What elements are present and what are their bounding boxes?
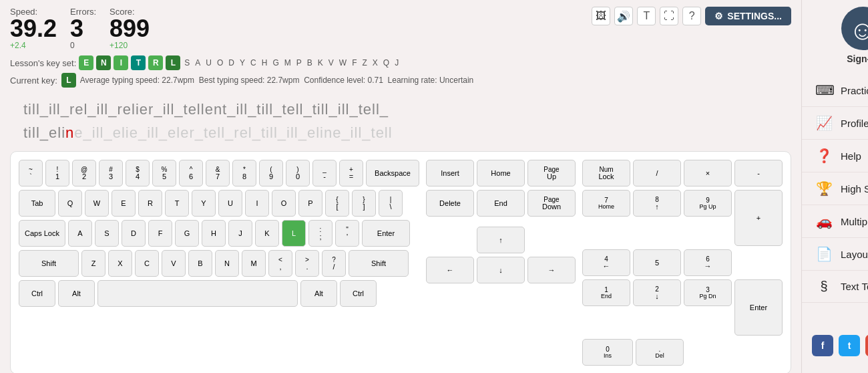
sidebar-item-multiplayer[interactable]: 🚗 Multiplayer <box>802 205 868 238</box>
key-num-multiply[interactable]: × <box>684 160 732 186</box>
key-arrow-right[interactable]: → <box>527 257 576 283</box>
key-g[interactable]: G <box>175 220 199 247</box>
key-1[interactable]: !1 <box>45 160 69 186</box>
key-j[interactable]: J <box>228 220 252 247</box>
key-5[interactable]: %5 <box>152 160 176 186</box>
key-comma[interactable]: <, <box>268 250 292 277</box>
key-t[interactable]: T <box>165 190 189 217</box>
key-minus[interactable]: _- <box>312 160 337 186</box>
key-num-4[interactable]: 4← <box>582 249 630 276</box>
twitter-icon[interactable]: t <box>839 335 860 356</box>
key-u[interactable]: U <box>218 190 242 217</box>
key-h[interactable]: H <box>202 220 226 247</box>
key-num-slash[interactable]: / <box>633 160 681 186</box>
key-9[interactable]: (9 <box>259 160 283 186</box>
key-b[interactable]: B <box>188 250 212 277</box>
key-l[interactable]: L <box>282 220 306 247</box>
key-x[interactable]: X <box>108 250 132 277</box>
font-icon[interactable]: T <box>637 7 656 25</box>
key-num-1[interactable]: 1End <box>582 279 630 306</box>
key-num-3[interactable]: 3Pg Dn <box>684 279 732 306</box>
avatar[interactable]: ☺ <box>841 7 869 50</box>
key-arrow-up[interactable]: ↑ <box>477 227 525 253</box>
key-alt-right[interactable]: Alt <box>300 280 337 307</box>
key-num-0[interactable]: 0Ins <box>582 339 633 366</box>
key-num-8[interactable]: 8↑ <box>633 190 681 217</box>
key-2[interactable]: @2 <box>72 160 96 186</box>
key-period[interactable]: >. <box>295 250 319 277</box>
key-6[interactable]: ^6 <box>179 160 203 186</box>
key-y[interactable]: Y <box>192 190 216 217</box>
sidebar-item-text-tools[interactable]: § Text Tools <box>802 271 868 303</box>
key-insert[interactable]: Insert <box>426 160 474 186</box>
key-home[interactable]: Home <box>477 160 525 186</box>
help-icon[interactable]: ? <box>682 7 701 25</box>
key-p[interactable]: P <box>298 190 322 217</box>
key-num-2[interactable]: 2↓ <box>633 279 681 306</box>
key-a[interactable]: A <box>68 220 92 247</box>
key-numlock[interactable]: NumLock <box>582 160 630 186</box>
key-tilde[interactable]: ~` <box>19 160 43 186</box>
key-capslock[interactable]: Caps Lock <box>19 220 65 247</box>
sidebar-item-high-scores[interactable]: 🏆 High Scores <box>802 172 868 205</box>
key-enter[interactable]: Enter <box>362 220 410 247</box>
key-8[interactable]: *8 <box>232 160 256 186</box>
key-s[interactable]: S <box>95 220 119 247</box>
key-4[interactable]: $4 <box>126 160 150 186</box>
key-o[interactable]: O <box>272 190 296 217</box>
key-arrow-left[interactable]: ← <box>426 257 474 283</box>
key-backslash[interactable]: |\ <box>379 190 403 217</box>
key-3[interactable]: #3 <box>99 160 123 186</box>
key-num-dot[interactable]: .Del <box>636 339 684 366</box>
fullscreen-icon[interactable]: ⛶ <box>660 7 678 25</box>
key-semicolon[interactable]: :; <box>308 220 333 247</box>
key-k[interactable]: K <box>255 220 279 247</box>
key-ctrl-left[interactable]: Ctrl <box>19 280 55 307</box>
sidebar-item-help[interactable]: ❓ Help <box>802 140 868 172</box>
sidebar-item-practice[interactable]: ⌨ Practice <box>802 74 868 107</box>
key-7[interactable]: &7 <box>206 160 230 186</box>
key-i[interactable]: I <box>245 190 269 217</box>
google-plus-icon[interactable]: g+ <box>865 335 868 356</box>
key-pagedown[interactable]: PageDown <box>527 190 576 217</box>
key-backspace[interactable]: Backspace <box>366 160 419 186</box>
key-end[interactable]: End <box>477 190 525 217</box>
key-pageup[interactable]: PageUp <box>527 160 576 186</box>
key-v[interactable]: V <box>162 250 186 277</box>
key-num-7[interactable]: 7Home <box>582 190 630 217</box>
key-r[interactable]: R <box>138 190 162 217</box>
key-n[interactable]: N <box>215 250 239 277</box>
image-icon[interactable]: 🖼 <box>592 7 610 25</box>
key-c[interactable]: C <box>135 250 159 277</box>
key-slash[interactable]: ?/ <box>322 250 346 277</box>
key-num-minus[interactable]: - <box>734 160 783 186</box>
key-w[interactable]: W <box>85 190 109 217</box>
key-tab[interactable]: Tab <box>19 190 55 217</box>
key-space[interactable] <box>97 280 298 307</box>
key-ctrl-right[interactable]: Ctrl <box>340 280 377 307</box>
key-equals[interactable]: += <box>339 160 363 186</box>
key-z[interactable]: Z <box>81 250 105 277</box>
key-arrow-down[interactable]: ↓ <box>477 257 525 283</box>
key-d[interactable]: D <box>122 220 146 247</box>
key-num-6[interactable]: 6→ <box>684 249 732 276</box>
sidebar-item-layouts[interactable]: 📄 Layouts <box>802 238 868 271</box>
key-m[interactable]: M <box>242 250 266 277</box>
key-0[interactable]: )0 <box>286 160 310 186</box>
sound-icon[interactable]: 🔊 <box>614 7 633 25</box>
key-f[interactable]: F <box>148 220 172 247</box>
key-lbracket[interactable]: {[ <box>325 190 349 217</box>
facebook-icon[interactable]: f <box>812 335 833 356</box>
key-delete[interactable]: Delete <box>426 190 474 217</box>
key-alt-left[interactable]: Alt <box>58 280 95 307</box>
settings-button[interactable]: ⚙ SETTINGS... <box>705 7 791 25</box>
sign-in-label[interactable]: Sign-In <box>847 53 868 64</box>
key-rbracket[interactable]: }] <box>352 190 376 217</box>
key-num-9[interactable]: 9Pg Up <box>684 190 732 217</box>
key-num-5[interactable]: 5 <box>633 249 681 276</box>
key-num-plus[interactable]: + <box>734 190 783 246</box>
key-num-enter[interactable]: Enter <box>734 279 783 336</box>
key-shift-right[interactable]: Shift <box>349 250 409 277</box>
key-shift-left[interactable]: Shift <box>19 250 79 277</box>
key-quote[interactable]: "' <box>335 220 359 247</box>
